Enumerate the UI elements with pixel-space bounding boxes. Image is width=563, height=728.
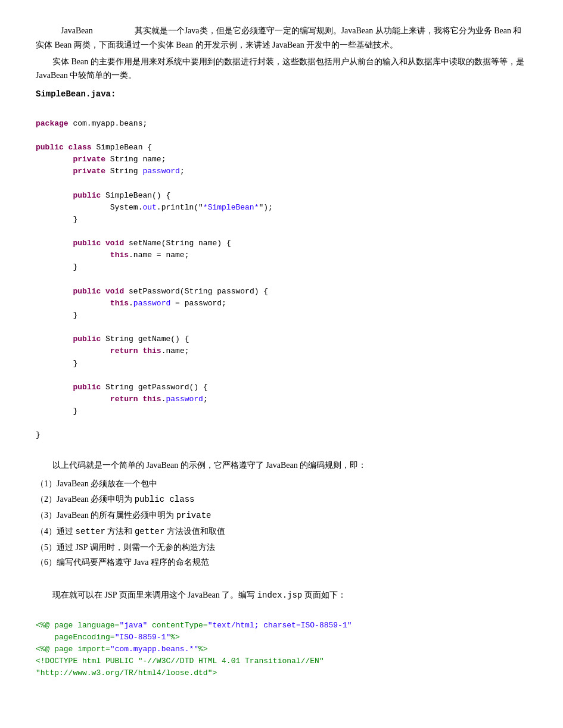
page-content: JavaBean 其实就是一个Java类，但是它必须遵守一定的编写规则。Java… [36, 24, 527, 691]
java-code-block: package com.myapp.beans; public class Si… [36, 106, 527, 454]
usage-text: 现在就可以在 JSP 页面里来调用这个 JavaBean 了。编写 index.… [52, 590, 346, 599]
usage-block: 现在就可以在 JSP 页面里来调用这个 JavaBean 了。编写 index.… [36, 588, 527, 603]
intro-paragraph-1: JavaBean 其实就是一个Java类，但是它必须遵守一定的编写规则。Java… [36, 24, 527, 83]
code-label-block: SimpleBean.java: [36, 88, 527, 101]
rule-4: （4）通过 setter 方法和 getter 方法设值和取值 [36, 524, 527, 539]
rules-block: （1）JavaBean 必须放在一个包中 （2）JavaBean 必须申明为 p… [36, 477, 527, 570]
rule-5: （5）通过 JSP 调用时，则需一个无参的构造方法 [36, 540, 527, 555]
summary-text: 以上代码就是一个简单的 JavaBean 的示例，它严格遵守了 JavaBean… [52, 461, 366, 470]
intro-text-2: 实体 Bean 的主要作用是用来对系统中要用到的数据进行封装，这些数据包括用户从… [36, 57, 524, 80]
intro-text-1: JavaBean 其实就是一个Java类，但是它必须遵守一定的编写规则。Java… [36, 26, 521, 49]
code-label: SimpleBean.java: [36, 88, 527, 101]
jsp-code-block: <%@ page language="java" contentType="te… [36, 607, 527, 691]
summary-block: 以上代码就是一个简单的 JavaBean 的示例，它严格遵守了 JavaBean… [36, 458, 527, 473]
rule-3: （3）JavaBean 的所有属性必须申明为 private [36, 508, 527, 523]
rule-6: （6）编写代码要严格遵守 Java 程序的命名规范 [36, 555, 527, 570]
rule-1: （1）JavaBean 必须放在一个包中 [36, 477, 527, 491]
rule-2: （2）JavaBean 必须申明为 public class [36, 492, 527, 507]
